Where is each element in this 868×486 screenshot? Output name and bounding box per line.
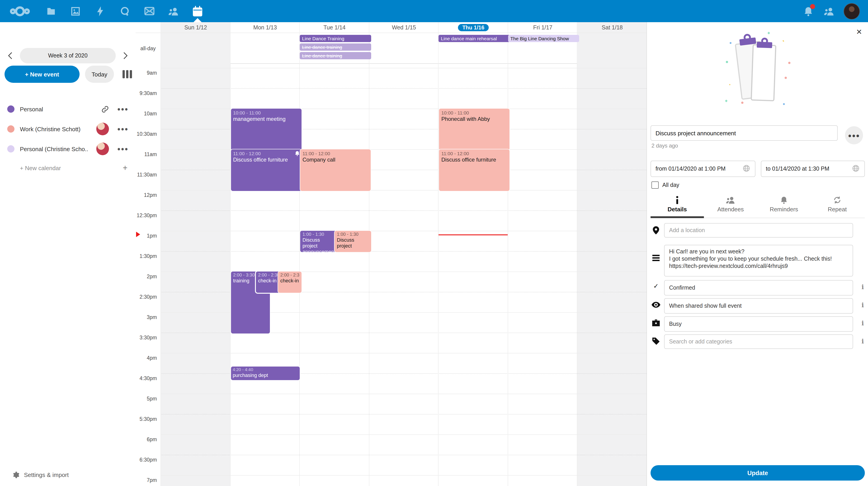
- location-pin-icon: [651, 226, 660, 234]
- notifications-bell-icon[interactable]: [798, 0, 818, 22]
- all-day-label: all-day: [135, 33, 160, 63]
- calendar-menu-icon[interactable]: ●●●: [117, 106, 129, 112]
- event-chip[interactable]: 1:00 - 1:30Discuss project: [335, 231, 371, 252]
- info-icon[interactable]: i: [862, 338, 864, 345]
- allday-event-chip[interactable]: Line dance training: [300, 44, 371, 51]
- share-link-icon[interactable]: [101, 105, 109, 113]
- day-column: [369, 63, 438, 486]
- check-icon: ✓: [651, 282, 660, 290]
- mail-app-icon[interactable]: [139, 0, 159, 22]
- calendar-color-dot: [7, 145, 14, 152]
- sidebar-actions: + New event Today: [4, 66, 131, 83]
- event-chip[interactable]: 1:00 - 1:30Discuss project announcement: [300, 231, 338, 252]
- freebusy-select[interactable]: Busy: [664, 316, 853, 332]
- files-app-icon[interactable]: [41, 0, 61, 22]
- tab-details[interactable]: Details: [651, 195, 704, 217]
- event-title-input[interactable]: [651, 125, 838, 141]
- day-header-row: Sun 1/12Mon 1/13Tue 1/14Wed 1/15Thu 1/16…: [135, 22, 647, 33]
- visibility-select[interactable]: When shared show full event: [664, 298, 853, 314]
- allday-event-chip[interactable]: Line dance main rehearsal: [439, 35, 510, 42]
- event-chip[interactable]: 11:00 - 12:00Discuss office furniture: [231, 149, 301, 191]
- week-label[interactable]: Week 3 of 2020: [20, 48, 116, 63]
- tab-repeat[interactable]: Repeat: [811, 195, 864, 217]
- calendar-item-personal-christine[interactable]: Personal (Christine Scho...) ●●●: [0, 139, 135, 159]
- day-header-fri: Fri 1/17: [508, 22, 578, 33]
- talk-app-icon[interactable]: [115, 0, 135, 22]
- photos-app-icon[interactable]: [66, 0, 86, 22]
- start-datetime-input[interactable]: [651, 161, 755, 177]
- event-chip[interactable]: 10:00 - 11:00Phonecall with Abby: [439, 109, 510, 150]
- time-label: 6:30pm: [140, 457, 157, 462]
- time-label: 10am: [144, 111, 157, 116]
- all-day-row: all-day Line Dance TrainingLine dance tr…: [135, 33, 647, 64]
- gear-icon: [12, 471, 20, 479]
- event-chip[interactable]: 10:00 - 11:00management meeting: [231, 109, 301, 150]
- datetime-row: [651, 161, 865, 177]
- tab-attendees[interactable]: Attendees: [704, 195, 757, 217]
- info-icon[interactable]: i: [862, 302, 864, 309]
- day-column: 11:00 - 12:00Company call1:00 - 1:30Disc…: [299, 63, 369, 486]
- calendar-menu-icon[interactable]: ●●●: [117, 146, 129, 152]
- status-select[interactable]: Confirmed: [664, 280, 853, 295]
- calendar-grid: Sun 1/12Mon 1/13Tue 1/14Wed 1/15Thu 1/16…: [135, 22, 647, 486]
- contacts-menu-icon[interactable]: [819, 0, 839, 22]
- calendar-name: Work (Christine Schott): [20, 125, 81, 132]
- new-event-button[interactable]: + New event: [4, 66, 80, 83]
- day-header-thu[interactable]: Thu 1/16: [438, 22, 508, 33]
- calendar-item-personal[interactable]: Personal ●●●: [0, 99, 135, 119]
- day-header-wed: Wed 1/15: [369, 22, 438, 33]
- today-button[interactable]: Today: [85, 66, 114, 83]
- visibility-row: When shared show full event i: [651, 298, 865, 314]
- freebusy-row: Busy i: [651, 316, 865, 332]
- event-chip[interactable]: 11:00 - 12:00Discuss office furniture: [439, 149, 510, 191]
- categories-input[interactable]: [664, 335, 853, 349]
- event-chip[interactable]: 11:00 - 12:00Company call: [300, 149, 371, 191]
- calendar-item-work-christine[interactable]: Work (Christine Schott) ●●●: [0, 119, 135, 139]
- calendar-color-dot: [7, 125, 14, 133]
- previous-week-button[interactable]: [3, 48, 18, 63]
- update-button[interactable]: Update: [651, 465, 865, 481]
- event-chip[interactable]: 2:00 - 2:30check-in: [278, 271, 301, 293]
- calendar-menu-icon[interactable]: ●●●: [117, 126, 129, 132]
- end-datetime-input[interactable]: [761, 161, 865, 177]
- timezone-globe-icon[interactable]: [743, 165, 750, 172]
- view-switcher-icon[interactable]: [120, 69, 134, 80]
- event-chip[interactable]: 4:20 - 4:40purchasing dept: [231, 367, 300, 380]
- settings-import-button[interactable]: Settings & import: [0, 467, 135, 482]
- event-chip[interactable]: 2:00 - 2:30check-in: [256, 271, 281, 293]
- more-options-icon[interactable]: ●●●: [845, 126, 863, 144]
- timezone-globe-icon[interactable]: [852, 165, 860, 172]
- calendar-app-icon[interactable]: [188, 0, 208, 22]
- allday-event-chip[interactable]: The Big Line Dancing Show: [508, 35, 579, 42]
- calendar-owner-avatar: [96, 143, 109, 155]
- all-day-checkbox-label: All day: [662, 182, 679, 188]
- allday-event-chip[interactable]: Line dance training: [300, 52, 371, 59]
- tab-reminders[interactable]: Reminders: [757, 195, 811, 217]
- allday-event-chip[interactable]: Line Dance Training: [300, 35, 371, 42]
- app-sidebar: Week 3 of 2020 + New event Today Persona…: [0, 22, 135, 486]
- text-lines-icon: [651, 255, 660, 261]
- info-icon: [651, 196, 704, 205]
- new-calendar-button[interactable]: + New calendar +: [0, 159, 135, 177]
- calendar-list: Personal ●●● Work (Christine Schott) ●●●…: [0, 99, 135, 177]
- time-label: 1pm: [147, 233, 157, 238]
- week-navigation: Week 3 of 2020: [3, 48, 133, 63]
- next-week-button[interactable]: [118, 48, 133, 63]
- all-day-cell: [160, 33, 230, 63]
- activity-app-icon[interactable]: [90, 0, 110, 22]
- all-day-cell: [230, 33, 300, 63]
- day-header-sun: Sun 1/12: [160, 22, 230, 33]
- current-time-line: [439, 234, 508, 235]
- info-icon[interactable]: i: [862, 319, 864, 327]
- all-day-checkbox[interactable]: [651, 181, 659, 189]
- close-icon[interactable]: ✕: [856, 28, 862, 36]
- time-label: 4:30pm: [140, 376, 157, 381]
- event-title-row: ●●●: [651, 125, 865, 141]
- description-textarea[interactable]: Hi Carl! are you in next week? I got som…: [664, 245, 853, 277]
- contacts-app-icon[interactable]: [164, 0, 184, 22]
- nextcloud-logo[interactable]: [8, 0, 32, 22]
- location-input[interactable]: [664, 223, 853, 237]
- time-label: 12:30pm: [136, 213, 157, 218]
- user-avatar[interactable]: [842, 0, 862, 22]
- info-icon[interactable]: i: [862, 283, 864, 290]
